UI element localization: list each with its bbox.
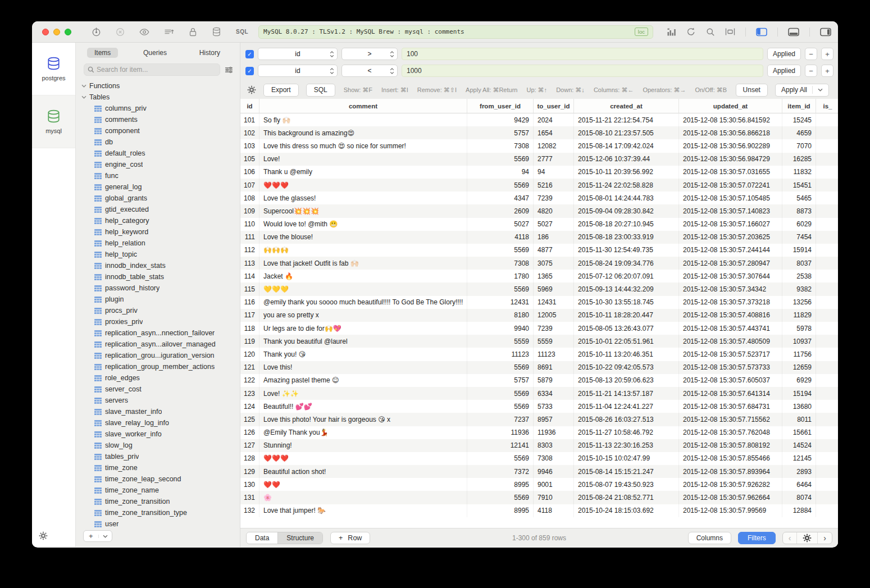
cell-id[interactable]: 105	[240, 153, 259, 166]
cell-is_[interactable]	[816, 439, 838, 452]
sidebar-table-item[interactable]: func	[76, 170, 240, 181]
cell-is_[interactable]	[816, 113, 838, 126]
cell-updated_at[interactable]: 2015-12-08 15:30:56.841592	[679, 113, 782, 126]
cell-is_[interactable]	[816, 322, 838, 335]
cell-updated_at[interactable]: 2015-12-08 15:30:57.99569	[679, 504, 782, 517]
cell-updated_at[interactable]: 2015-12-08 15:30:57.203625	[679, 231, 782, 244]
cell-id[interactable]: 117	[240, 309, 259, 322]
table-row[interactable]: 129Beautiful action shot!737299462015-08…	[240, 465, 838, 478]
cell-to_user_id[interactable]: 5559	[534, 335, 574, 348]
table-row[interactable]: 112🙌🙌🙌556948772015-11-30 12:54:49.735201…	[240, 244, 838, 257]
column-header-comment[interactable]: comment	[259, 99, 467, 113]
filter-enabled-checkbox[interactable]	[245, 67, 254, 75]
toggle-right-panel-icon[interactable]	[820, 28, 831, 37]
cell-id[interactable]: 127	[240, 439, 259, 452]
cell-is_[interactable]	[816, 478, 838, 491]
item-search-field[interactable]	[84, 63, 220, 76]
cell-created_at[interactable]: 2015-08-24 19:09:34.776	[574, 257, 679, 270]
cell-item_id[interactable]: 6029	[782, 218, 816, 231]
cell-comment[interactable]: Thank u @emily	[259, 166, 467, 179]
add-row-button[interactable]: + Row	[330, 532, 370, 544]
cell-from_user_id[interactable]: 5569	[467, 282, 534, 295]
cell-id[interactable]: 126	[240, 426, 259, 439]
filter-settings-gear-icon[interactable]	[247, 85, 256, 94]
cell-updated_at[interactable]: 2015-12-08 15:30:57.244144	[679, 244, 782, 257]
filter-operator-select[interactable]: <	[341, 65, 398, 77]
connect-icon[interactable]	[92, 27, 101, 37]
cell-updated_at[interactable]: 2015-12-08 15:30:57.480509	[679, 335, 782, 348]
cell-is_[interactable]	[816, 387, 838, 400]
table-row[interactable]: 114Jacket 🔥178013652015-07-12 06:20:07.0…	[240, 270, 838, 282]
cell-id[interactable]: 109	[240, 204, 259, 217]
cell-from_user_id[interactable]: 5569	[467, 491, 534, 504]
tab-items[interactable]: Items	[87, 48, 118, 58]
table-row[interactable]: 110Would love to! @mith 😬502750272015-08…	[240, 218, 838, 231]
cell-to_user_id[interactable]: 6334	[534, 387, 574, 400]
table-row[interactable]: 103Love this dress so much 😍 so nice for…	[240, 139, 838, 152]
lock-icon[interactable]	[189, 28, 197, 37]
cell-comment[interactable]: ❤️❤️❤️	[259, 452, 467, 465]
cell-comment[interactable]: 💛💛💛	[259, 282, 467, 295]
cell-updated_at[interactable]: 2015-12-08 15:30:57.893964	[679, 465, 782, 478]
cell-comment[interactable]: Thank you beautiful @laurel	[259, 335, 467, 348]
sidebar-table-item[interactable]: engine_cost	[76, 159, 240, 170]
cell-comment[interactable]: Beautiful action shot!	[259, 465, 467, 478]
toggle-left-panel-icon[interactable]	[756, 28, 767, 37]
cell-comment[interactable]: Love!	[259, 153, 467, 166]
table-row[interactable]: 102This background is amazing😍5757165420…	[240, 126, 838, 139]
cell-id[interactable]: 107	[240, 179, 259, 192]
sql-button[interactable]: SQL	[306, 84, 335, 97]
table-row[interactable]: 111Love the blouse!41181862015-08-18 23:…	[240, 231, 838, 244]
cell-is_[interactable]	[816, 504, 838, 517]
cell-item_id[interactable]: 15661	[782, 426, 816, 439]
cell-from_user_id[interactable]: 5569	[467, 244, 534, 257]
cell-comment[interactable]: Jacket 🔥	[259, 270, 467, 282]
cell-id[interactable]: 123	[240, 387, 259, 400]
sidebar-table-item[interactable]: help_topic	[76, 249, 240, 260]
sidebar-table-item[interactable]: general_log	[76, 181, 240, 193]
cell-created_at[interactable]: 2015-11-21 22:12:54.754	[574, 113, 679, 126]
cell-from_user_id[interactable]: 5569	[467, 400, 534, 413]
column-header-to_user_id[interactable]: to_user_id	[534, 99, 574, 113]
cell-is_[interactable]	[816, 374, 838, 387]
cell-updated_at[interactable]: 2015-12-08 15:30:57.684731	[679, 400, 782, 413]
column-header-item_id[interactable]: item_id	[782, 99, 816, 113]
sidebar-table-item[interactable]: help_category	[76, 215, 240, 226]
cell-to_user_id[interactable]: 4820	[534, 204, 574, 217]
cell-to_user_id[interactable]: 3075	[534, 257, 574, 270]
cell-id[interactable]: 129	[240, 465, 259, 478]
cell-to_user_id[interactable]: 9001	[534, 478, 574, 491]
cell-updated_at[interactable]: 2015-12-08 15:30:57.373218	[679, 296, 782, 309]
table-row[interactable]: 120Thank you! 😘11123111232015-10-11 13:2…	[240, 348, 838, 361]
cell-updated_at[interactable]: 2015-12-08 15:30:57.34342	[679, 282, 782, 295]
cell-id[interactable]: 101	[240, 113, 259, 126]
cell-from_user_id[interactable]: 7237	[467, 413, 534, 426]
cell-to_user_id[interactable]: 1654	[534, 126, 574, 139]
search-input[interactable]	[97, 66, 216, 74]
cell-from_user_id[interactable]: 5569	[467, 361, 534, 374]
cell-comment[interactable]: 🙌🙌🙌	[259, 244, 467, 257]
cell-item_id[interactable]: 14524	[782, 439, 816, 452]
cell-comment[interactable]: ❤️❤️	[259, 478, 467, 491]
filter-options-icon[interactable]	[225, 66, 233, 74]
prev-page-icon[interactable]: ‹	[783, 532, 797, 544]
cell-updated_at[interactable]: 2015-12-08 15:30:57.808192	[679, 439, 782, 452]
cell-to_user_id[interactable]: 12431	[534, 296, 574, 309]
sidebar-table-item[interactable]: replication_asyn...ailover_managed	[76, 339, 240, 350]
cell-to_user_id[interactable]: 1365	[534, 270, 574, 282]
sidebar-table-item[interactable]: time_zone_leap_second	[76, 473, 240, 485]
table-row[interactable]: 123Love! ✨✨556963342015-11-21 14:13:57.1…	[240, 387, 838, 400]
cell-created_at[interactable]: 2015-08-14 17:09:42.024	[574, 139, 679, 152]
table-row[interactable]: 107❤️❤️❤️556952162015-11-24 22:02:58.828…	[240, 179, 838, 192]
cell-id[interactable]: 108	[240, 192, 259, 204]
search-icon[interactable]	[706, 28, 715, 37]
cell-to_user_id[interactable]: 4118	[534, 504, 574, 517]
cell-comment[interactable]: Supercool💥💥💥	[259, 204, 467, 217]
cell-updated_at[interactable]: 2015-12-08 15:30:57.140823	[679, 204, 782, 217]
table-row[interactable]: 105Love!556927772015-12-06 10:37:39.4420…	[240, 153, 838, 166]
table-row[interactable]: 117you are so pretty x8180120052015-10-1…	[240, 309, 838, 322]
cell-id[interactable]: 119	[240, 335, 259, 348]
cell-id[interactable]: 120	[240, 348, 259, 361]
cell-updated_at[interactable]: 2015-12-08 15:30:57.926282	[679, 478, 782, 491]
cell-is_[interactable]	[816, 348, 838, 361]
